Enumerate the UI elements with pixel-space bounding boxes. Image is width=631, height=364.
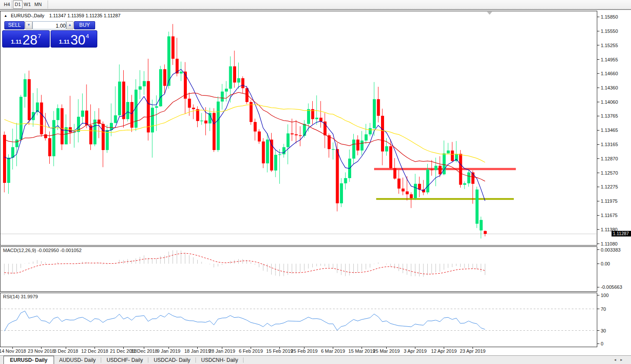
volume-field-box [32, 21, 66, 29]
timeframe-h4-button[interactable]: H4 [2, 1, 12, 8]
date-axis-label: 23 Apr 2019 [457, 348, 489, 354]
chart-window: H4 D1 W1 MN ▲ EURUSD-,Daily 1.11347 1.11… [0, 0, 631, 364]
chart-title: ▲ EURUSD-,Daily 1.11347 1.11359 1.11235 … [4, 13, 121, 18]
sell-price-big-digits: 28 [22, 34, 37, 47]
buy-price-button[interactable]: 1.11 30 4 [51, 30, 97, 48]
tab-separator [243, 358, 243, 363]
price-axis-label: 1.14060 [601, 99, 618, 105]
price-axis-label: 1.11080 [601, 241, 618, 246]
chart-shift-marker-icon [487, 12, 492, 15]
price-axis-label: 1.14955 [601, 57, 618, 62]
collapse-panel-icon[interactable]: ▲ [4, 14, 7, 18]
chevron-up-icon: ▲ [68, 23, 72, 27]
toolbar-separator [48, 0, 48, 9]
tab-usdchf-daily[interactable]: USDCHF- Daily [101, 356, 148, 364]
date-axis-label: 14 Nov 2018 [0, 348, 29, 354]
rsi-pane[interactable] [0, 293, 597, 347]
buy-price-pip-digit: 4 [86, 33, 89, 39]
symbol-tab-bar: EURUSD- Daily AUDUSD- Daily USDCHF- Dail… [0, 355, 631, 364]
sell-price-prefix: 1.11 [11, 38, 22, 45]
toolbar-separator [12, 0, 12, 9]
macd-axis-label: 0.00 [601, 261, 610, 266]
date-axis-label: 12 Apr 2019 [428, 348, 460, 354]
volume-decrease-button[interactable]: ▼ [25, 21, 32, 29]
price-axis-label: 1.12275 [601, 184, 618, 189]
buy-button[interactable]: BUY [74, 21, 95, 29]
macd-axis-label: 0.003383 [601, 247, 621, 252]
price-axis-label: 1.15550 [601, 29, 618, 34]
macd-label: MACD(12,26,9) -0.002950 -0.001052 [3, 248, 82, 253]
date-axis-label: 25 Feb 2019 [288, 348, 320, 354]
price-axis-label: 1.13465 [601, 128, 618, 133]
timeframe-mn-button[interactable]: MN [33, 1, 43, 8]
date-axis-label: 6 Mar 2019 [317, 348, 349, 354]
ohlc-readout: 1.11347 1.11359 1.11235 1.11287 [49, 13, 121, 18]
date-axis-label: 28 Jan 2019 [206, 348, 238, 354]
price-axis-label: 1.12870 [601, 156, 618, 161]
price-axis-label: 1.13165 [601, 142, 618, 147]
tab-usdcad-daily[interactable]: USDCAD- Daily [148, 356, 195, 364]
tab-scroll-right-icon[interactable]: ▸ [620, 358, 627, 362]
tab-eurusd-daily[interactable]: EURUSD- Daily [3, 356, 54, 364]
timeframe-toolbar: H4 D1 W1 MN [0, 0, 631, 10]
buy-price-big-digits: 30 [70, 34, 85, 47]
date-axis-label: 25 Mar 2019 [371, 348, 403, 354]
symbol-period-label: EURUSD-,Daily [11, 13, 45, 18]
rsi-axis-label: 100 [601, 293, 609, 298]
sell-price-button[interactable]: 1.11 28 7 [2, 30, 50, 48]
price-axis-label: 1.14360 [601, 85, 618, 90]
price-axis-label: 1.11975 [601, 198, 618, 204]
date-axis-label: 3 Dec 2018 [50, 348, 82, 354]
tab-scroll-left-icon[interactable]: ◂ [614, 358, 621, 362]
date-axis-label: 6 Feb 2019 [235, 348, 267, 354]
price-axis-label: 1.15850 [601, 14, 618, 19]
volume-increase-button[interactable]: ▲ [66, 21, 74, 29]
date-axis-label: 3 Apr 2019 [399, 348, 431, 354]
price-axis-label: 1.15255 [601, 43, 618, 48]
buy-price-prefix: 1.11 [59, 38, 70, 45]
timeframe-w1-button[interactable]: W1 [22, 1, 32, 8]
sell-price-pip-digit: 7 [38, 33, 41, 39]
sell-button[interactable]: SELL [4, 21, 25, 29]
rsi-axis-label: 30 [601, 328, 606, 333]
macd-axis-label: -0.005663 [601, 284, 622, 290]
timeframe-d1-button[interactable]: D1 [13, 0, 22, 9]
volume-input[interactable] [33, 22, 67, 30]
chevron-down-icon: ▼ [27, 23, 31, 27]
tab-audusd-daily[interactable]: AUDUSD- Daily [54, 356, 101, 364]
rsi-axis-label: 0 [601, 341, 603, 346]
price-axis-label: 1.11675 [601, 213, 618, 218]
price-axis-label: 1.14660 [601, 71, 618, 76]
rsi-axis-label: 70 [601, 307, 606, 312]
one-click-trading-panel: SELL ▼ ▲ BUY 1.11 28 7 1.11 30 4 [2, 20, 97, 48]
date-axis-label: 9 Jan 2019 [153, 348, 185, 354]
price-axis-label: 1.13765 [601, 113, 618, 118]
rsi-label: RSI(14) 31.9979 [3, 294, 38, 299]
price-axis-label: 1.12570 [601, 170, 618, 176]
macd-pane[interactable] [0, 246, 597, 292]
current-price-tag: 1.11287 [612, 231, 631, 236]
tab-usdcnh-daily[interactable]: USDCNH- Daily [196, 356, 243, 364]
date-axis-label: 12 Dec 2018 [79, 348, 111, 354]
